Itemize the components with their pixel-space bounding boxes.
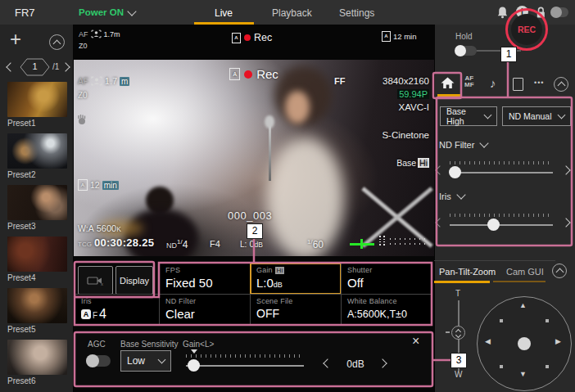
- nd-numerator: 1/: [177, 238, 183, 246]
- panel-tab-audio[interactable]: ♪: [490, 76, 496, 90]
- hold-switch-knob: [455, 45, 466, 56]
- base-mode-dropdown[interactable]: Base High: [440, 106, 497, 126]
- display-button[interactable]: Display: [115, 266, 153, 295]
- nd-mode-dropdown[interactable]: ND Manual: [502, 106, 571, 126]
- tab-cam-gui[interactable]: Cam GUI: [506, 267, 544, 277]
- tab-playback[interactable]: Playback: [272, 7, 312, 19]
- preset-thumbnail[interactable]: [7, 237, 67, 272]
- nd-indicator: ND1/4: [166, 238, 188, 250]
- close-icon[interactable]: ×: [412, 334, 419, 349]
- joystick-right-icon[interactable]: ▶: [555, 337, 561, 345]
- ptz-section-divider: [434, 260, 555, 261]
- ptz-collapse-button[interactable]: [552, 264, 567, 278]
- sensor-mode: FF: [334, 76, 345, 86]
- preset-label[interactable]: Preset5: [7, 325, 35, 334]
- preset-thumbnail[interactable]: [7, 288, 67, 323]
- focus-distance-value: 1.7: [105, 76, 117, 86]
- shutter-value: 60: [313, 239, 324, 250]
- joystick-left-icon[interactable]: ◀: [485, 337, 491, 345]
- nd-filter-label: ND Filter: [165, 297, 196, 305]
- callout-1-box: 1: [500, 47, 517, 62]
- nd-filter-cell[interactable]: ND Filter Clear: [159, 294, 251, 326]
- iris-panel-label: Iris: [439, 191, 451, 201]
- iris-auto-badge: A: [81, 309, 91, 319]
- rec-label: Rec: [254, 32, 272, 43]
- joystick-down-icon[interactable]: ▼: [519, 370, 527, 378]
- preset-thumbnail[interactable]: [7, 340, 67, 375]
- media-a-icon: A: [382, 31, 391, 42]
- tab-live[interactable]: Live: [215, 7, 233, 19]
- video-zoom-position: Z0: [78, 91, 88, 100]
- nd-slider-track[interactable]: [450, 172, 553, 173]
- gain-slider-label: Gain<L>: [183, 340, 214, 349]
- nd-mode-value: ND Manual: [509, 111, 552, 121]
- preset-label[interactable]: Preset4: [7, 273, 35, 282]
- lock-toggle[interactable]: [550, 7, 568, 17]
- wb-unit: K: [116, 225, 121, 233]
- hold-switch[interactable]: [455, 46, 477, 56]
- preset-thumbnail[interactable]: [7, 133, 67, 169]
- gain-slider-knob[interactable]: [188, 359, 200, 372]
- nd-filter-label: ND Filter: [439, 140, 474, 150]
- panel-collapse-button[interactable]: [554, 77, 568, 92]
- home-icon: [441, 77, 455, 89]
- agc-toggle-knob: [86, 354, 99, 367]
- iris-expander[interactable]: Iris: [439, 191, 464, 201]
- shutter-cell[interactable]: Shutter Off: [341, 263, 432, 295]
- iris-slider-track[interactable]: [450, 224, 553, 226]
- preset-label[interactable]: Preset3: [7, 222, 35, 231]
- camera-off-icon: x: [87, 275, 105, 286]
- joystick-dot: [546, 365, 549, 368]
- base-sensitivity-dropdown[interactable]: Low: [120, 350, 171, 372]
- tab-pan-tilt-zoom[interactable]: Pan-Tilt-Zoom: [439, 267, 496, 277]
- notification-bell-icon[interactable]: [496, 6, 509, 19]
- camera-image-off-button[interactable]: x: [78, 266, 113, 295]
- gain-slider-track[interactable]: [186, 365, 304, 367]
- zoom-slider-knob[interactable]: [451, 326, 465, 340]
- scene-file-cell[interactable]: Scene File OFF: [250, 294, 342, 326]
- iris-slider-knob[interactable]: [487, 219, 500, 231]
- preset-label[interactable]: Preset1: [7, 119, 35, 128]
- panel-tab-media[interactable]: [513, 78, 523, 91]
- af-mode-label: AF: [79, 30, 88, 38]
- fps-cell[interactable]: FPS Fixed 50: [159, 263, 251, 295]
- more-icon: •••: [534, 79, 544, 87]
- gain-unit-text: dB: [274, 281, 283, 289]
- iris-indicator: F4: [210, 239, 220, 249]
- gain-cell[interactable]: Gain Hi L:0dB: [250, 263, 342, 295]
- sidebar-collapse-button[interactable]: [49, 34, 65, 50]
- svg-text:x: x: [101, 282, 103, 286]
- gain-value: L:0dB: [256, 276, 283, 290]
- preset-label[interactable]: Preset2: [7, 170, 35, 179]
- rec-button-label: REC: [518, 25, 536, 34]
- agc-toggle[interactable]: [86, 355, 111, 367]
- nd-filter-value: Clear: [165, 307, 195, 321]
- gain-increase-icon[interactable]: [378, 358, 387, 367]
- preset-thumbnail[interactable]: [7, 82, 67, 117]
- joystick-center-knob[interactable]: [518, 337, 531, 350]
- audio-meter-bar-2: [383, 236, 385, 246]
- panel-tab-focus[interactable]: AF MF: [464, 75, 474, 88]
- gain-hi-badge: Hi: [275, 267, 285, 274]
- preset-label[interactable]: Preset6: [7, 376, 35, 385]
- panel-tab-more[interactable]: •••: [534, 79, 544, 87]
- rec-button[interactable]: REC: [511, 14, 542, 45]
- add-preset-button[interactable]: +: [10, 28, 21, 51]
- gain-value-text: L:0: [256, 276, 274, 290]
- iris-f-value: 4: [99, 307, 106, 322]
- gain-decrease-icon[interactable]: [323, 358, 332, 367]
- iris-cell[interactable]: Iris A F 4: [75, 294, 160, 326]
- joystick-dot: [500, 319, 503, 322]
- tab-settings[interactable]: Settings: [339, 7, 374, 19]
- statusbar-zoom-position: Z0: [79, 42, 88, 50]
- joystick-up-icon[interactable]: ▲: [519, 301, 527, 309]
- nd-filter-expander[interactable]: ND Filter: [439, 140, 487, 150]
- white-balance-cell[interactable]: White Balance A:5600K,T±0: [341, 294, 432, 326]
- nd-slider-knob[interactable]: [449, 166, 461, 178]
- preset-page-total: /1: [52, 62, 59, 71]
- focus-distance-unit: m: [120, 77, 129, 86]
- face-detect-icon: [91, 29, 102, 38]
- preset-thumbnail[interactable]: [7, 185, 67, 220]
- power-status[interactable]: Power ON: [79, 7, 124, 17]
- panel-tab-home[interactable]: [441, 77, 455, 89]
